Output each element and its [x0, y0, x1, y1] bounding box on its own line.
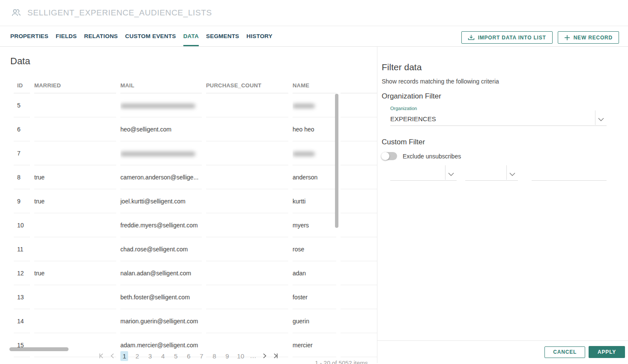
cell-id: 5	[14, 93, 30, 117]
exclude-unsubscribes-row: Exclude unsubscribes	[382, 152, 628, 160]
cell-married	[34, 141, 116, 165]
cell-empty	[341, 117, 377, 141]
cell-empty	[341, 261, 377, 285]
cell-id: 14	[14, 309, 30, 333]
new-record-button-label: NEW RECORD	[574, 35, 613, 41]
tab-history[interactable]: HISTORY	[246, 26, 272, 46]
tab-segments[interactable]: SEGMENTS	[206, 26, 239, 46]
tab-fields[interactable]: FIELDS	[56, 26, 77, 46]
field-separator	[445, 165, 446, 180]
table-row[interactable]: 12truenalan.adan@selligent.comadan	[0, 261, 377, 285]
cell-id: 6	[14, 117, 30, 141]
page-number-6[interactable]: 6	[185, 351, 192, 361]
filter-panel-footer: CANCEL APPLY	[377, 340, 628, 363]
table-row[interactable]: 14marion.guerin@selligent.comguerin	[0, 309, 377, 333]
custom-filter-heading: Custom Filter	[382, 138, 628, 146]
vertical-scrollbar[interactable]	[335, 94, 338, 228]
cell-empty	[341, 93, 377, 117]
cell-name: adan	[293, 261, 336, 285]
organization-filter-heading: Organization Filter	[382, 92, 628, 101]
chevron-down-icon[interactable]	[508, 170, 517, 181]
table-row[interactable]: 13beth.foster@selligent.comfoster	[0, 285, 377, 309]
condition-value-input[interactable]	[532, 169, 607, 181]
redacted-value	[120, 104, 195, 108]
data-table: IDMARRIEDMAILPURCHASE_COUNTNAME 56heo@se…	[0, 82, 377, 357]
cell-married: true	[34, 189, 116, 213]
column-header-name[interactable]: NAME	[293, 82, 336, 93]
last-page-icon[interactable]	[270, 351, 281, 361]
page-number-8[interactable]: 8	[210, 351, 218, 361]
pagination: 12345678910 ... 1 - 20 of 5052 items (50…	[0, 349, 377, 363]
column-header-married[interactable]: MARRIED	[34, 82, 116, 93]
column-header-id[interactable]: ID	[14, 82, 30, 93]
cell-married: true	[34, 165, 116, 189]
new-record-button[interactable]: NEW RECORD	[558, 31, 619, 44]
cell-purchase_count	[206, 285, 288, 309]
table-row[interactable]: 8truecameron.anderson@sellige...anderson	[0, 165, 377, 189]
cell-id: 12	[14, 261, 30, 285]
page-number-2[interactable]: 2	[133, 351, 141, 361]
organization-field: Organization EXPERIENCES	[390, 106, 607, 126]
cell-name: foster	[293, 285, 336, 309]
cancel-button[interactable]: CANCEL	[544, 346, 585, 358]
cell-id: 7	[14, 141, 30, 165]
page-title: SELLIGENT_EXPERIENCE_AUDIENCE_LISTS	[27, 8, 212, 18]
cell-purchase_count	[206, 237, 288, 261]
import-data-button[interactable]: IMPORT DATA INTO LIST	[461, 31, 553, 44]
tab-data[interactable]: DATA	[183, 26, 199, 46]
data-pane: Data IDMARRIEDMAILPURCHASE_COUNTNAME 56h…	[0, 47, 377, 363]
toggle-knob	[381, 152, 389, 160]
table-header-row: IDMARRIEDMAILPURCHASE_COUNTNAME	[0, 82, 377, 93]
page-number-10[interactable]: 10	[236, 351, 245, 361]
cell-married	[34, 117, 116, 141]
page-number-7[interactable]: 7	[197, 351, 205, 361]
table-row[interactable]: 9truejoel.kurtti@selligent.comkurtti	[0, 189, 377, 213]
chevron-down-icon[interactable]	[596, 115, 606, 126]
cell-purchase_count	[206, 189, 288, 213]
table-row[interactable]: 6heo@selligent.comheo heo	[0, 117, 377, 141]
field-separator	[595, 110, 595, 125]
column-header-purchase_count[interactable]: PURCHASE_COUNT	[206, 82, 288, 93]
cell-mail: beth.foster@selligent.com	[120, 285, 202, 309]
condition-field-select[interactable]	[390, 169, 457, 181]
exclude-unsubscribes-toggle[interactable]	[382, 152, 397, 160]
tab-custom-events[interactable]: CUSTOM EVENTS	[125, 26, 176, 46]
cell-name: rose	[293, 237, 336, 261]
table-row[interactable]: 11chad.rose@selligent.comrose	[0, 237, 377, 261]
organization-select[interactable]: EXPERIENCES	[390, 114, 607, 126]
page-number-3[interactable]: 3	[146, 351, 154, 361]
redacted-value	[293, 104, 315, 108]
cell-name	[293, 141, 336, 165]
cell-married	[34, 285, 116, 309]
page-number-5[interactable]: 5	[172, 351, 179, 361]
column-header-empty[interactable]	[341, 82, 377, 93]
condition-operator-select[interactable]	[465, 169, 518, 181]
previous-page-icon[interactable]	[107, 351, 118, 361]
data-section-title: Data	[10, 56, 377, 67]
tab-properties[interactable]: PROPERTIES	[10, 26, 48, 46]
items-count-line1: 1 - 20 of 5052 items	[305, 360, 378, 364]
chevron-down-icon[interactable]	[446, 170, 456, 181]
page-number-4[interactable]: 4	[159, 351, 167, 361]
first-page-icon[interactable]	[96, 351, 107, 361]
next-page-icon[interactable]	[259, 351, 270, 361]
table-row[interactable]: 7	[0, 141, 377, 165]
table-row[interactable]: 5	[0, 93, 377, 117]
cell-id: 10	[14, 213, 30, 237]
cell-empty	[341, 309, 377, 333]
cell-married: true	[34, 261, 116, 285]
tab-relations[interactable]: RELATIONS	[84, 26, 118, 46]
page-number-1[interactable]: 1	[120, 351, 128, 361]
page-numbers: 12345678910	[118, 351, 248, 361]
cell-empty	[341, 285, 377, 309]
exclude-unsubscribes-label: Exclude unsubscribes	[403, 153, 461, 160]
column-header-mail[interactable]: MAIL	[120, 82, 202, 93]
cell-mail: heo@selligent.com	[120, 117, 202, 141]
cell-mail: marion.guerin@selligent.com	[120, 309, 202, 333]
page-number-9[interactable]: 9	[223, 351, 231, 361]
table-row[interactable]: 10freddie.myers@selligent.commyers	[0, 213, 377, 237]
apply-button[interactable]: APPLY	[589, 346, 625, 358]
cell-name: anderson	[293, 165, 336, 189]
filter-panel: Filter data Show records matching the fo…	[377, 47, 628, 363]
custom-filter-condition-row	[390, 169, 628, 181]
